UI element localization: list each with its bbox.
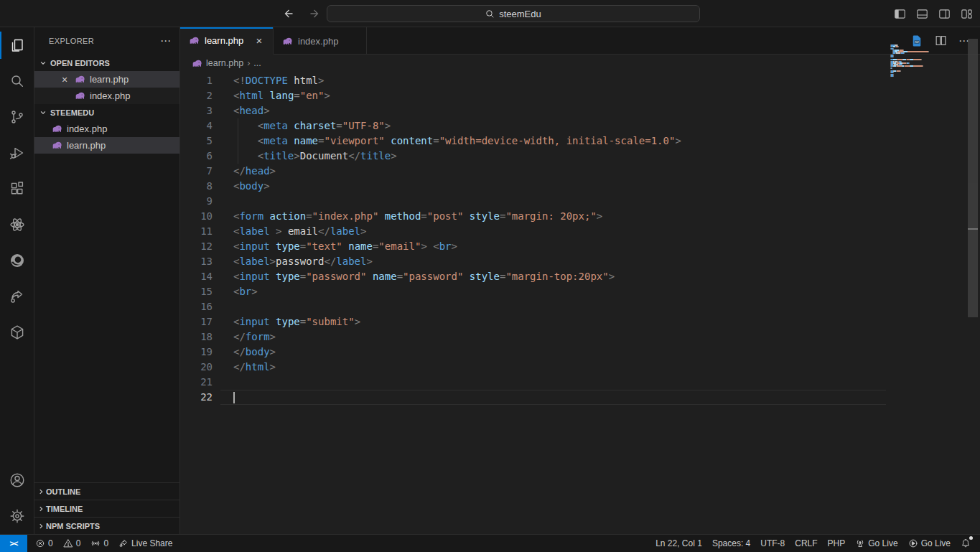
code-line[interactable]: 7</head> <box>180 164 980 179</box>
section-outline[interactable]: OUTLINE <box>34 482 179 500</box>
remote-indicator[interactable]: >< <box>0 535 27 552</box>
code-line[interactable]: 18</form> <box>180 329 980 345</box>
code-editor[interactable]: 1<!DOCTYPE html>2<html lang="en">3<head>… <box>180 72 980 534</box>
toggle-secondary-sidebar-icon[interactable] <box>938 7 951 20</box>
status-0[interactable]: 0 <box>30 535 58 552</box>
sidebar-title: EXPLORER <box>49 37 94 45</box>
php-file-icon <box>192 58 202 69</box>
play-circle-icon <box>908 538 918 548</box>
chevron-down-icon <box>37 57 49 69</box>
status-php[interactable]: PHP <box>823 535 851 552</box>
editor-group: learn.php×index.php PHP⋯ learn.php › ...… <box>180 27 980 534</box>
status-crlf[interactable]: CRLF <box>790 535 822 552</box>
code-line[interactable]: 13<label>password</label> <box>180 254 980 269</box>
activity-account-icon[interactable] <box>0 462 34 498</box>
activity-edge-devtools-icon[interactable] <box>0 243 34 279</box>
breadcrumb[interactable]: learn.php › ... <box>180 55 980 72</box>
code-line[interactable]: 6 <title>Document</title> <box>180 149 980 164</box>
explorer-more-actions-icon[interactable]: ⋯ <box>160 34 171 47</box>
activity-explorer-icon[interactable] <box>0 27 34 63</box>
svg-text:PHP: PHP <box>915 40 919 43</box>
activity-cube-icon[interactable] <box>0 314 34 350</box>
code-line[interactable]: 3<head> <box>180 103 980 118</box>
activity-live-share-icon[interactable] <box>0 279 34 314</box>
activity-react-icon[interactable] <box>0 207 34 243</box>
status-bell-icon[interactable] <box>956 535 976 552</box>
code-line[interactable]: 15<br> <box>180 284 980 299</box>
tab-index.php[interactable]: index.php <box>274 27 367 55</box>
code-line[interactable]: 11<label > email</label> <box>180 224 980 239</box>
share-icon <box>118 538 129 548</box>
search-icon <box>485 9 495 19</box>
antenna-icon <box>90 538 101 548</box>
section-timeline[interactable]: TIMELINE <box>34 500 179 517</box>
tree-item-index.php[interactable]: index.php <box>34 121 179 137</box>
command-center-search[interactable]: steemEdu <box>327 5 700 22</box>
status-0[interactable]: 0 <box>85 535 113 552</box>
code-line[interactable]: 8<body> <box>180 179 980 194</box>
chevron-right-icon <box>37 488 45 495</box>
nav-forward-icon[interactable] <box>307 6 323 22</box>
activity-run-debug-icon[interactable] <box>0 135 34 171</box>
open-editor-learn.php[interactable]: ×learn.php <box>34 71 179 88</box>
php-file-icon <box>189 35 200 46</box>
status-0[interactable]: 0 <box>58 535 86 552</box>
status-utf-8[interactable]: UTF-8 <box>755 535 790 552</box>
code-line[interactable]: 5 <meta name="viewport" content="width=d… <box>180 134 980 149</box>
status-go-live[interactable]: Go Live <box>850 535 902 552</box>
php-file-icon <box>75 74 85 85</box>
activity-search-icon[interactable] <box>0 63 34 99</box>
activity-source-control-icon[interactable] <box>0 99 34 135</box>
overview-ruler-mark <box>968 228 978 230</box>
status-go-live[interactable]: Go Live <box>903 535 956 552</box>
nav-back-icon[interactable] <box>280 6 296 22</box>
text-cursor <box>233 392 235 403</box>
chevron-down-icon <box>37 107 49 118</box>
current-line-highlight <box>220 390 886 405</box>
vertical-scrollbar[interactable] <box>968 39 978 317</box>
close-icon[interactable]: × <box>59 74 70 85</box>
code-line[interactable]: 14<input type="password" name="password"… <box>180 269 980 284</box>
activity-bar <box>0 27 34 534</box>
notification-badge <box>969 536 973 540</box>
close-tab-icon[interactable]: × <box>253 34 266 47</box>
status-live-share[interactable]: Live Share <box>113 535 177 552</box>
php-file-icon <box>52 123 62 134</box>
code-line[interactable]: 10<form action="index.php" method="post"… <box>180 209 980 224</box>
status-ln-22-col-1[interactable]: Ln 22, Col 1 <box>650 535 707 552</box>
status-spaces-4[interactable]: Spaces: 4 <box>707 535 755 552</box>
toggle-primary-sidebar-icon[interactable] <box>893 7 906 20</box>
code-line[interactable]: 20</html> <box>180 360 980 375</box>
php-file-icon <box>282 36 293 47</box>
code-line[interactable]: 4 <meta charset="UTF-8"> <box>180 118 980 134</box>
warning-icon <box>63 538 73 548</box>
open-editor-index.php[interactable]: index.php <box>34 88 179 104</box>
tab-bar: learn.php×index.php PHP⋯ <box>180 27 980 55</box>
code-line[interactable]: 2<html lang="en"> <box>180 88 980 103</box>
broadcast-icon <box>855 538 865 548</box>
open-editors-header[interactable]: OPEN EDITORS <box>34 55 179 71</box>
activity-settings-icon[interactable] <box>0 498 34 534</box>
code-line[interactable]: 12<input type="text" name="email"> <br> <box>180 239 980 254</box>
activity-extensions-icon[interactable] <box>0 171 34 207</box>
tab-learn.php[interactable]: learn.php× <box>180 27 274 55</box>
section-npm-scripts[interactable]: NPM SCRIPTS <box>34 517 179 534</box>
code-line[interactable]: 1<!DOCTYPE html> <box>180 73 980 88</box>
minimap[interactable] <box>890 45 958 80</box>
code-line[interactable]: 17<input type="submit"> <box>180 314 980 329</box>
bell-icon <box>961 538 971 548</box>
explorer-sidebar: EXPLORER ⋯ OPEN EDITORS ×learn.phpindex.… <box>34 27 180 534</box>
status-bar: >< 000Live Share Ln 22, Col 1Spaces: 4UT… <box>0 534 980 552</box>
tree-item-learn.php[interactable]: learn.php <box>34 137 179 154</box>
php-file-icon <box>75 90 85 101</box>
circle-slash-icon <box>35 538 45 548</box>
title-bar: steemEdu <box>0 0 980 27</box>
code-line[interactable]: 9 <box>180 194 980 209</box>
code-line[interactable]: 16 <box>180 299 980 314</box>
code-line[interactable]: 21 <box>180 375 980 390</box>
customize-layout-icon[interactable] <box>960 7 973 20</box>
code-line[interactable]: 19</body> <box>180 345 980 360</box>
toggle-panel-icon[interactable] <box>915 7 928 20</box>
chevron-right-icon <box>37 523 45 530</box>
folder-header-steemedu[interactable]: STEEMEDU <box>34 104 179 121</box>
